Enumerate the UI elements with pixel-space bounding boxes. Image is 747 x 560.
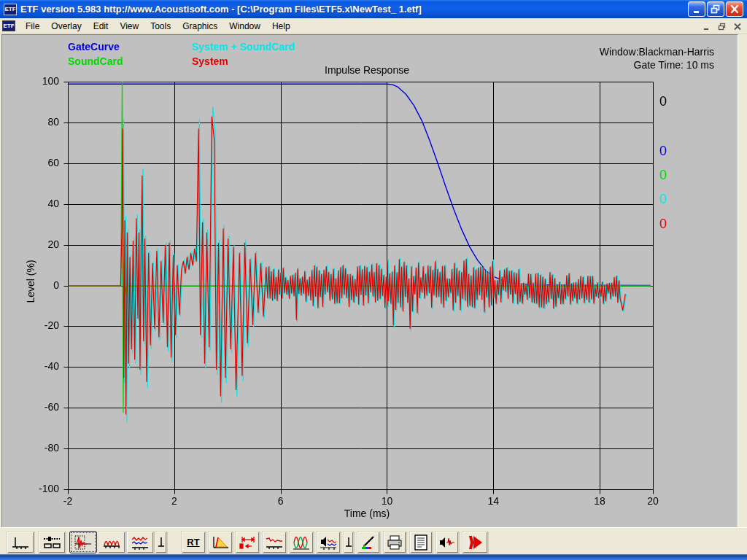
- print-icon: [385, 534, 404, 551]
- small-axis-icon: [156, 534, 166, 551]
- window-info-block: Window:Blackman-Harris Gate Time: 10 ms: [600, 45, 714, 71]
- speaker-impulse-icon: [438, 534, 457, 551]
- mdi-close-button[interactable]: [731, 20, 744, 32]
- axis-step-icon: [10, 534, 31, 551]
- sliders-icon: [42, 534, 62, 551]
- app-icon: ETF: [4, 4, 17, 15]
- title-bar: ETF ETF version 5.983 http://www.Acousti…: [0, 0, 747, 18]
- phase-icon: [291, 534, 311, 551]
- waterfall-icon: [210, 534, 231, 551]
- x-tick-label: 6: [265, 495, 297, 507]
- legend-soundcard: SoundCard: [68, 55, 123, 67]
- speaker-response-icon: [318, 534, 338, 551]
- toolbar-button-step-response[interactable]: [262, 531, 287, 553]
- legend-gatecurve: GateCurve: [68, 41, 120, 52]
- toolbar-button-axis-step[interactable]: [7, 531, 34, 553]
- y-tick-label: -60: [26, 401, 59, 413]
- toolbar-button-speaker-impulse[interactable]: [436, 531, 459, 553]
- app-window: ETF ETF version 5.983 http://www.Acousti…: [0, 0, 747, 560]
- frequency-response-icon: [130, 534, 150, 551]
- toolbar-button-frequency-response[interactable]: [126, 531, 154, 553]
- y-tick-label: -80: [26, 442, 59, 454]
- x-tick-label: 2: [158, 495, 190, 507]
- restore-icon: [711, 4, 721, 14]
- window-controls: [688, 1, 743, 17]
- legend-system: System: [192, 55, 228, 67]
- toolbar-button-color-settings[interactable]: [357, 531, 380, 553]
- mdi-restore-button[interactable]: [716, 20, 729, 32]
- toolbar-button-document[interactable]: [409, 531, 433, 553]
- window-title: ETF version 5.983 http://www.Acoustisoft…: [20, 4, 688, 15]
- y-tick-label: 0: [26, 279, 59, 291]
- mdi-window-controls: [700, 20, 744, 32]
- taskbar-edge[interactable]: [0, 554, 747, 560]
- close-icon: [729, 4, 740, 14]
- mdi-minimize-button[interactable]: [700, 20, 713, 32]
- x-tick-label: 14: [477, 495, 509, 507]
- x-tick-label: 20: [637, 495, 669, 507]
- step-response-icon: [264, 534, 285, 551]
- menu-bar: ETF File Overlay Edit View Tools Graphic…: [0, 18, 747, 34]
- toolbar-button-small-axis2[interactable]: [343, 531, 354, 553]
- toolbar-button-print[interactable]: [383, 531, 406, 553]
- sine-sweep-icon: [101, 534, 122, 551]
- rt-text: RT: [187, 537, 199, 548]
- minimize-button[interactable]: [688, 1, 705, 17]
- toolbar-button-rt[interactable]: RT: [181, 531, 206, 553]
- y-tick-label: 80: [26, 116, 59, 128]
- small-axis2-icon: [344, 534, 352, 551]
- impulse-response-plot[interactable]: [2, 35, 739, 528]
- toolbar-button-sine-sweep[interactable]: [98, 531, 125, 553]
- curve-offset-marker: 0: [659, 94, 667, 109]
- x-tick-label: -2: [52, 495, 84, 507]
- close-button[interactable]: [726, 1, 743, 17]
- y-tick-label: 20: [26, 238, 59, 250]
- gate-time-icon: [237, 534, 258, 551]
- y-tick-label: 60: [26, 157, 59, 168]
- curve-offset-marker: 0: [659, 144, 667, 158]
- menu-graphics[interactable]: Graphics: [177, 19, 223, 34]
- mdi-restore-icon: [718, 23, 727, 31]
- y-tick-label: -100: [26, 483, 59, 494]
- toolbar-button-gate-time[interactable]: [235, 531, 260, 553]
- toolbar: RT: [0, 527, 747, 555]
- toolbar-button-speaker-response[interactable]: [316, 531, 341, 553]
- minimize-icon: [692, 4, 702, 14]
- y-tick-label: 40: [26, 198, 59, 209]
- toolbar-button-impulse-response[interactable]: [69, 531, 97, 553]
- mdi-minimize-icon: [703, 23, 711, 31]
- chart-area: GateCurve SoundCard System + SoundCard S…: [1, 34, 738, 527]
- mdi-system-menu-icon[interactable]: ETF: [2, 20, 15, 31]
- chart-title: Impulse Response: [325, 64, 409, 76]
- curve-offset-marker: 0: [659, 168, 667, 182]
- x-axis-title: Time (ms): [344, 508, 390, 519]
- y-tick-label: -20: [26, 319, 59, 331]
- toolbar-button-small-axis[interactable]: [155, 531, 167, 553]
- toolbar-button-sliders[interactable]: [38, 531, 66, 553]
- toolbar-button-waterfall[interactable]: [208, 531, 233, 553]
- color-settings-icon: [359, 534, 378, 551]
- y-tick-label: -40: [26, 360, 59, 372]
- restore-button[interactable]: [707, 1, 724, 17]
- curve-offset-marker: 0: [659, 192, 667, 206]
- document-icon: [411, 534, 430, 551]
- toolbar-button-play[interactable]: [462, 531, 488, 553]
- menu-view[interactable]: View: [114, 19, 144, 34]
- x-tick-label: 18: [584, 495, 616, 507]
- menu-tools[interactable]: Tools: [144, 19, 177, 34]
- curve-offset-marker: 0: [659, 217, 667, 231]
- menu-edit[interactable]: Edit: [88, 19, 115, 34]
- menu-overlay[interactable]: Overlay: [45, 19, 87, 34]
- menu-help[interactable]: Help: [266, 19, 296, 34]
- impulse-response-icon: [73, 534, 93, 551]
- menu-file[interactable]: File: [20, 19, 45, 34]
- x-tick-label: 10: [371, 495, 403, 507]
- legend-system-soundcard: System + SoundCard: [192, 41, 295, 52]
- menu-window[interactable]: Window: [223, 19, 266, 34]
- mdi-close-icon: [733, 23, 742, 31]
- toolbar-button-phase[interactable]: [289, 531, 314, 553]
- window-function-label: Window:Blackman-Harris: [600, 45, 714, 58]
- gate-time-label: Gate Time: 10 ms: [600, 58, 714, 71]
- y-tick-label: 100: [26, 75, 59, 87]
- play-icon: [465, 534, 485, 551]
